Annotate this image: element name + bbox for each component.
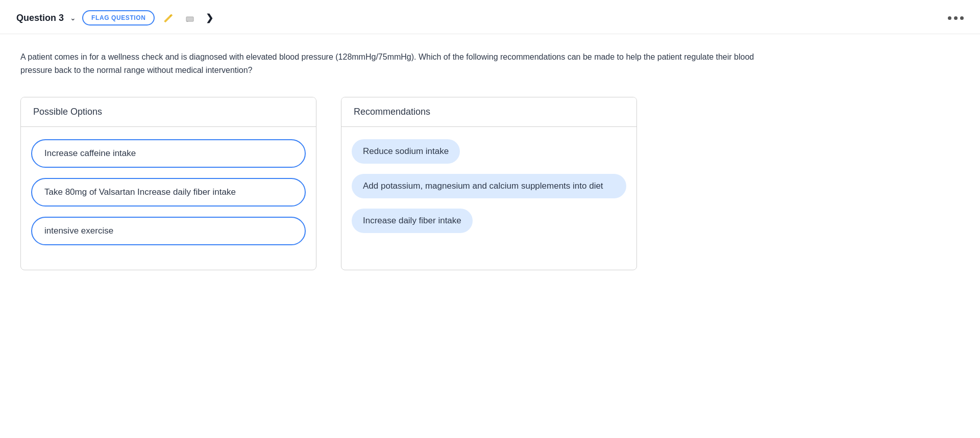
dot-3 (960, 16, 964, 20)
recommendations-header: Recommendations (341, 97, 636, 127)
dot-1 (948, 16, 951, 20)
next-arrow-icon[interactable]: ❯ (204, 10, 215, 25)
eraser-icon[interactable] (182, 10, 198, 25)
question-body: A patient comes in for a wellness check … (0, 34, 980, 89)
more-options-button[interactable] (948, 16, 964, 20)
question-title: Question 3 (16, 13, 64, 23)
flag-question-button[interactable]: FLAG QUESTION (82, 10, 155, 25)
question-text: A patient comes in for a wellness check … (20, 50, 786, 76)
pencil-icon[interactable] (161, 10, 176, 25)
option-item-2[interactable]: intensive exercise (31, 217, 306, 245)
option-item-0[interactable]: Increase caffeine intake (31, 139, 306, 168)
possible-options-header: Possible Options (21, 97, 316, 127)
columns-container: Possible Options Increase caffeine intak… (0, 89, 980, 291)
header-left: Question 3 ⌄ FLAG QUESTION ❯ (16, 10, 215, 25)
recommendation-item-1[interactable]: Add potassium, magnesium and calcium sup… (352, 174, 626, 198)
recommendation-item-0[interactable]: Reduce sodium intake (352, 139, 460, 164)
header-bar: Question 3 ⌄ FLAG QUESTION ❯ (0, 0, 980, 34)
recommendations-body: Reduce sodium intake Add potassium, magn… (341, 127, 636, 270)
svg-rect-0 (186, 17, 193, 21)
option-item-1[interactable]: Take 80mg of Valsartan Increase daily fi… (31, 178, 306, 207)
possible-options-box: Possible Options Increase caffeine intak… (20, 97, 316, 270)
recommendations-box: Recommendations Reduce sodium intake Add… (341, 97, 637, 270)
dot-2 (954, 16, 958, 20)
recommendation-item-2[interactable]: Increase daily fiber intake (352, 209, 473, 233)
chevron-down-icon[interactable]: ⌄ (70, 14, 76, 22)
possible-options-body: Increase caffeine intake Take 80mg of Va… (21, 127, 316, 270)
